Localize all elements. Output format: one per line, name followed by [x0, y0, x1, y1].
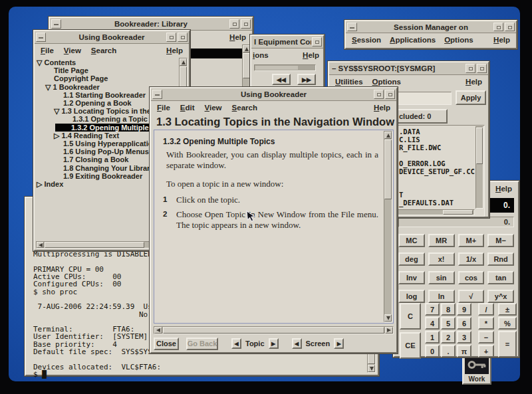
restore-icon[interactable] [493, 23, 503, 31]
session-menu-applications[interactable]: Applications [390, 36, 436, 44]
previous-screen-button[interactable]: ◀ [292, 338, 302, 349]
scroll-up-arrow[interactable] [384, 132, 392, 139]
file-list-vertical-scrollbar[interactable] [475, 126, 483, 209]
calc-key-5[interactable]: 5 [441, 317, 456, 330]
library-titlebar[interactable]: Bookreader: Library [50, 18, 252, 31]
calc-key-sqrt[interactable]: √ [458, 290, 485, 303]
close-button[interactable]: Close [154, 338, 179, 350]
calc-key-2[interactable]: 2 [441, 331, 456, 344]
calc-key-equals[interactable]: = [498, 331, 517, 357]
calc-key-reciprocal[interactable]: 1/x [458, 252, 485, 266]
topic-menu-view[interactable]: View [205, 104, 222, 112]
file-list-text[interactable]: .DATA C.LIS R_FILE.DWC O_ERROR.LOG DEVIC… [399, 128, 475, 207]
restore-icon[interactable] [166, 33, 176, 42]
dec-titlebar[interactable]: l Equipment Corp [251, 36, 323, 49]
calc-key-deg[interactable]: deg [398, 252, 425, 266]
nav-menu-search[interactable]: Search [91, 47, 116, 54]
calc-key-inv[interactable]: Inv [398, 271, 425, 284]
calc-key-sin[interactable]: sin [428, 271, 455, 284]
calc-key-cos[interactable]: cos [458, 271, 485, 284]
library-selected-entry[interactable] [190, 49, 244, 58]
calc-key-0[interactable]: 0 [425, 345, 440, 357]
session-menu-help[interactable]: Help [493, 36, 510, 44]
next-screen-button[interactable]: ▶ [334, 338, 344, 349]
calc-key-log[interactable]: log [398, 290, 425, 303]
calc-key-factorial[interactable]: x! [428, 252, 455, 266]
dec-menu-options[interactable]: ions [253, 51, 269, 59]
calc-key-percent[interactable]: % [498, 317, 517, 330]
dec-progress-track[interactable] [254, 64, 316, 71]
sysmgr-menu-options[interactable]: Options [372, 78, 401, 86]
scroll-left-arrow[interactable] [154, 327, 162, 334]
calc-key-pow[interactable]: y^x [487, 290, 514, 303]
maximize-icon[interactable] [312, 37, 322, 47]
scrollbar-thumb[interactable] [45, 242, 144, 248]
dec-menu-help[interactable]: Help [303, 51, 319, 59]
calc-key-7[interactable]: 7 [425, 303, 440, 316]
minimize-icon[interactable] [347, 23, 357, 31]
scrollbar-thumb[interactable] [163, 327, 384, 334]
tree-item-contents[interactable]: ▽ Contents [36, 58, 178, 66]
topic-menu-edit[interactable]: Edit [180, 104, 195, 112]
minimize-icon[interactable] [152, 90, 162, 99]
topic-titlebar[interactable]: Using Bookreader [151, 88, 396, 101]
scroll-down-arrow[interactable] [384, 314, 392, 322]
calc-key-pi[interactable]: π [457, 345, 471, 357]
sysmgr-filter-field[interactable] [394, 92, 452, 105]
scroll-right-arrow[interactable] [385, 327, 393, 334]
maximize-icon[interactable] [241, 19, 251, 29]
calc-key-3[interactable]: 3 [457, 331, 471, 344]
calc-key-6[interactable]: 6 [457, 317, 471, 330]
minimize-icon[interactable] [36, 33, 46, 42]
calc-key-rnd[interactable]: Rnd [487, 252, 514, 266]
calc-key-9[interactable]: 9 [457, 303, 471, 316]
minimize-icon[interactable] [51, 19, 61, 29]
go-back-button[interactable]: Go Back [186, 338, 218, 350]
sysmgr-menu-utilities[interactable]: Utilities [335, 78, 363, 86]
nav-menu-help[interactable]: Help [166, 47, 183, 54]
dec-back-button[interactable]: ◀◀ [272, 74, 291, 85]
library-menu-help[interactable]: Help [229, 33, 246, 41]
session-titlebar[interactable]: Session Manager on [346, 21, 516, 33]
calc-key-divide[interactable]: / [478, 303, 494, 316]
calc-key-clear[interactable]: C [400, 303, 421, 330]
calc-key-8[interactable]: 8 [441, 303, 456, 316]
tree-item-copyright[interactable]: Copyright Page [36, 74, 178, 82]
scrollbar-thumb[interactable] [476, 128, 483, 164]
calc-key-ln[interactable]: ln [428, 290, 455, 303]
calc-key-subtract[interactable]: − [478, 331, 494, 344]
topic-menu-search[interactable]: Search [232, 104, 257, 112]
previous-topic-button[interactable]: ◀ [231, 338, 241, 349]
calc-key-clear-entry[interactable]: CE [400, 332, 421, 359]
maximize-icon[interactable] [505, 23, 515, 31]
maximize-icon[interactable] [178, 33, 188, 42]
sysmgr-menu-help[interactable]: Help [466, 78, 482, 86]
calc-key-add[interactable]: + [478, 345, 494, 357]
nav-titlebar[interactable]: Using Bookreader [35, 31, 189, 44]
calc-key-1[interactable]: 1 [425, 331, 440, 344]
scroll-down-arrow[interactable] [368, 365, 375, 372]
topic-vertical-scrollbar[interactable] [384, 131, 392, 322]
scrollbar-thumb[interactable] [443, 210, 472, 215]
topic-menu-file[interactable]: File [157, 104, 170, 112]
scrollbar-thumb[interactable] [384, 140, 392, 199]
apply-button[interactable]: Apply [456, 90, 486, 105]
calc-key-mr[interactable]: MR [428, 234, 455, 247]
maximize-icon[interactable] [477, 64, 487, 73]
topic-horizontal-scrollbar[interactable] [154, 326, 394, 334]
calc-key-decimal[interactable]: . [441, 345, 456, 357]
scroll-up-arrow[interactable] [243, 45, 250, 52]
next-topic-button[interactable]: ▶ [269, 338, 279, 349]
calc-key-4[interactable]: 4 [425, 317, 440, 330]
calc-key-mminus[interactable]: M− [487, 234, 514, 247]
session-menu-options[interactable]: Options [444, 36, 473, 44]
calc-key-multiply[interactable]: * [478, 317, 494, 330]
dec-forward-button[interactable]: ▶▶ [297, 74, 316, 85]
calc-key-plusminus[interactable]: ± [498, 303, 517, 316]
file-list-horizontal-scrollbar[interactable] [396, 209, 475, 215]
scrollbar-thumb[interactable] [243, 53, 250, 78]
calc-key-mc[interactable]: MC [398, 234, 425, 247]
nav-menu-file[interactable]: File [41, 47, 54, 54]
sysmgr-titlebar[interactable]: – SYS$SYSROOT:[SYSMGR] [329, 62, 488, 75]
calc-key-mplus[interactable]: M+ [458, 234, 485, 247]
